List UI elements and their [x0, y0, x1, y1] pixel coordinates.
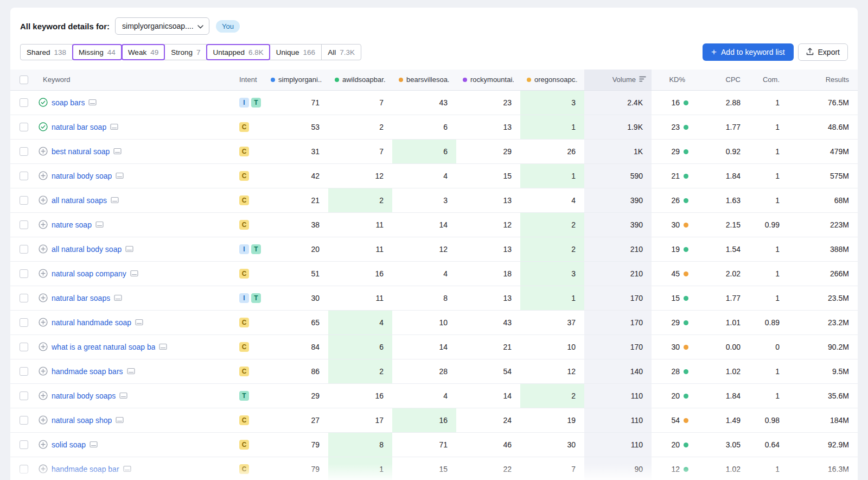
keyword-link[interactable]: solid soap [52, 440, 86, 449]
add-keyword-plus-icon[interactable] [39, 220, 48, 229]
add-keyword-plus-icon[interactable] [39, 195, 48, 205]
row-checkbox[interactable] [20, 367, 28, 376]
column-header-competitor-5[interactable]: oregonsoapc... [520, 70, 584, 90]
column-header-cpc[interactable]: CPC [694, 70, 749, 90]
column-header-competitor-1[interactable]: simplyorgani... [264, 70, 328, 90]
position-cell-best: 2 [328, 359, 392, 383]
add-keyword-plus-icon[interactable] [39, 171, 48, 180]
serp-preview-icon[interactable] [114, 294, 122, 301]
keyword-link[interactable]: all natural body soap [52, 245, 122, 254]
column-header-com[interactable]: Com. [749, 70, 788, 90]
add-keyword-plus-icon[interactable] [39, 440, 48, 449]
add-keyword-plus-icon[interactable] [39, 244, 48, 254]
filter-tab-weak[interactable]: Weak49 [122, 44, 165, 60]
row-checkbox[interactable] [20, 245, 28, 254]
keyword-link[interactable]: what is a great natural soap ba [52, 343, 155, 351]
add-keyword-plus-icon[interactable] [39, 269, 48, 278]
keyword-in-list-check-icon[interactable] [39, 98, 48, 107]
column-header-keyword[interactable]: Keyword [36, 70, 233, 90]
row-checkbox[interactable] [20, 196, 28, 205]
column-header-intent[interactable]: Intent [233, 70, 264, 90]
volume-cell: 590 [584, 163, 652, 188]
add-keyword-plus-icon[interactable] [39, 391, 48, 400]
column-header-competitor-4[interactable]: rockymountai... [456, 70, 520, 90]
keyword-link[interactable]: natural bar soap [52, 123, 106, 131]
serp-preview-icon[interactable] [113, 148, 122, 155]
add-keyword-plus-icon[interactable] [39, 293, 48, 302]
serp-preview-icon[interactable] [119, 392, 127, 399]
row-checkbox[interactable] [20, 98, 28, 107]
serp-preview-icon[interactable] [111, 197, 119, 204]
keyword-link[interactable]: natural soap company [52, 269, 126, 278]
keyword-link[interactable]: natural body soaps [52, 391, 116, 400]
position-cell: 29 [264, 383, 328, 408]
export-button[interactable]: Export [798, 43, 848, 61]
add-to-keyword-list-button[interactable]: + Add to keyword list [703, 43, 793, 61]
serp-preview-icon[interactable] [159, 343, 167, 350]
row-checkbox[interactable] [20, 391, 28, 400]
domain-select[interactable]: simplyorganicsoap.... [115, 17, 209, 35]
column-header-competitor-2[interactable]: awildsoapbar... [328, 70, 392, 90]
serp-preview-icon[interactable] [95, 221, 104, 228]
column-header-competitor-3[interactable]: bearsvillesoa... [392, 70, 456, 90]
keyword-link[interactable]: natural bar soaps [52, 294, 110, 302]
table-row: what is a great natural soap baC84614211… [10, 334, 858, 359]
row-checkbox[interactable] [20, 416, 28, 425]
serp-preview-icon[interactable] [127, 368, 135, 375]
keyword-in-list-check-icon[interactable] [39, 122, 48, 131]
row-checkbox[interactable] [20, 440, 28, 449]
add-keyword-plus-icon[interactable] [39, 415, 48, 425]
filter-tab-unique[interactable]: Unique166 [270, 44, 322, 60]
keyword-link[interactable]: nature soap [52, 220, 92, 229]
sort-icon [639, 75, 646, 84]
keyword-link[interactable]: natural soap shop [52, 416, 112, 425]
row-checkbox[interactable] [20, 294, 28, 302]
serp-preview-icon[interactable] [110, 123, 118, 130]
keyword-link[interactable]: best natural soap [52, 147, 110, 156]
keyword-link[interactable]: soap bars [52, 98, 85, 107]
row-checkbox[interactable] [20, 465, 28, 473]
filter-tab-strong[interactable]: Strong7 [164, 44, 207, 60]
row-checkbox[interactable] [20, 172, 28, 180]
com-cell: 0.98 [749, 408, 788, 432]
column-header-kd[interactable]: KD% [652, 70, 694, 90]
row-checkbox[interactable] [20, 220, 28, 229]
keyword-link[interactable]: natural handmade soap [52, 318, 131, 327]
add-keyword-plus-icon[interactable] [39, 464, 48, 473]
column-header-volume[interactable]: Volume [584, 70, 652, 90]
cpc-cell: 1.63 [694, 188, 749, 212]
column-header-results[interactable]: Results [788, 70, 858, 90]
row-checkbox[interactable] [20, 269, 28, 278]
keyword-link[interactable]: all natural soaps [52, 196, 107, 205]
intent-cell: IT [233, 286, 264, 310]
results-cell: 388M [788, 237, 858, 261]
serp-preview-icon[interactable] [125, 245, 133, 252]
filter-tab-untapped[interactable]: Untapped6.8K [206, 44, 270, 60]
add-keyword-plus-icon[interactable] [39, 367, 48, 376]
serp-preview-icon[interactable] [116, 172, 124, 179]
row-checkbox[interactable] [20, 343, 28, 351]
serp-preview-icon[interactable] [135, 319, 143, 326]
serp-preview-icon[interactable] [90, 441, 98, 448]
filter-tab-shared[interactable]: Shared138 [20, 44, 73, 60]
add-keyword-plus-icon[interactable] [39, 342, 48, 351]
filter-tab-all[interactable]: All7.3K [321, 44, 361, 60]
serp-preview-icon[interactable] [123, 465, 131, 472]
row-checkbox[interactable] [20, 318, 28, 327]
select-all-checkbox[interactable] [20, 75, 28, 84]
serp-preview-icon[interactable] [88, 99, 97, 106]
volume-cell: 1K [584, 139, 652, 163]
filter-tab-missing[interactable]: Missing44 [72, 44, 122, 60]
add-keyword-plus-icon[interactable] [39, 147, 48, 156]
cpc-cell: 0.92 [694, 139, 749, 163]
keyword-link[interactable]: handmade soap bars [52, 367, 123, 376]
serp-preview-icon[interactable] [130, 270, 138, 277]
add-keyword-plus-icon[interactable] [39, 318, 48, 327]
checkbox-cell [10, 115, 36, 139]
serp-preview-icon[interactable] [116, 416, 124, 424]
row-checkbox[interactable] [20, 123, 28, 131]
row-checkbox[interactable] [20, 147, 28, 156]
keyword-link[interactable]: handmade soap bar [52, 465, 119, 473]
keyword-link[interactable]: natural body soap [52, 172, 112, 180]
position-cell-best: 1 [328, 457, 392, 480]
